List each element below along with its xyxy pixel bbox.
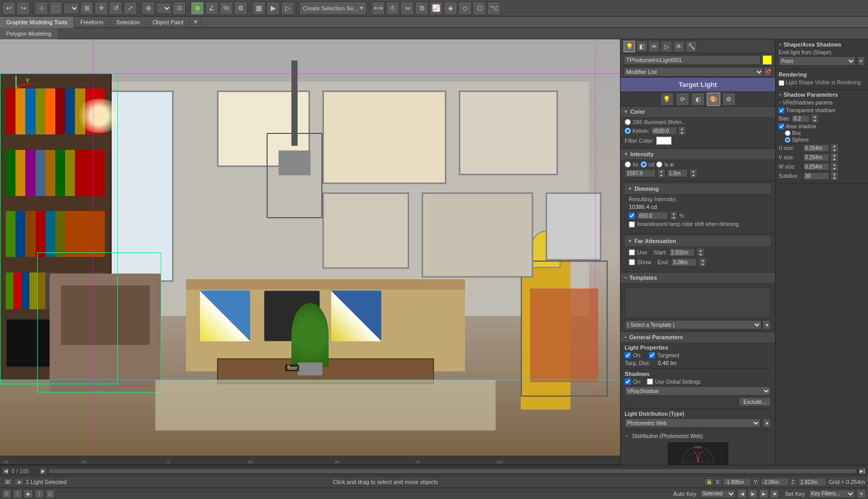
object-color-swatch[interactable] (763, 55, 772, 65)
next-frame-btn[interactable]: ▶ (759, 489, 768, 498)
shape-shadows-header[interactable]: + Shape/Area Shadows (779, 41, 865, 48)
anim-btn3[interactable]: ▶ (24, 489, 33, 498)
tab-freeform[interactable]: Freeform (74, 17, 110, 28)
ld-arrow[interactable]: ▾ (763, 418, 771, 428)
dimming-percent-input[interactable] (637, 211, 668, 220)
dimming-enable-check[interactable] (629, 213, 635, 219)
vsize-up[interactable]: ▲ (831, 153, 838, 157)
select-all-dropdown[interactable]: All (64, 3, 79, 14)
subdivs-input[interactable] (803, 172, 829, 180)
timeline-end-btn[interactable]: ▶| (859, 467, 866, 475)
rendering-header[interactable]: Rendering (779, 71, 865, 78)
modifier-list-dropdown[interactable]: Modifier List (624, 67, 764, 77)
angle-snap[interactable]: ∠ (205, 2, 219, 15)
usize-down[interactable]: ▼ (831, 148, 838, 152)
anim-btn1[interactable]: ⟨⟨ (2, 489, 11, 498)
w-size-input[interactable] (803, 163, 829, 171)
attenuation-header[interactable]: ▼ Far Attenuation (625, 236, 771, 246)
object-name-input[interactable] (624, 55, 761, 65)
template-select[interactable]: ( Select a Template ) (625, 320, 762, 329)
timeline-track[interactable] (49, 468, 857, 474)
atten-end-up[interactable]: ▲ (699, 258, 706, 262)
emit-type-select[interactable]: Point (779, 56, 856, 66)
timeline-next-btn[interactable]: ▶ (39, 467, 47, 475)
shadow-params-header[interactable]: + Shadow Parameters (779, 92, 865, 98)
intensity-value-input[interactable] (625, 169, 656, 177)
viewport-container[interactable]: + [ VRayPhysicalCamera001 ] [ Smooth + H… (0, 39, 620, 465)
prop-icon-motion[interactable]: ▷ (661, 41, 672, 52)
d65-radio[interactable] (625, 119, 631, 125)
sphere-radio[interactable] (785, 137, 791, 143)
play-btn[interactable]: ▶ (748, 489, 757, 498)
transparent-shadows-check[interactable] (779, 108, 784, 113)
atten-start-down[interactable]: ▼ (697, 252, 704, 256)
schematic-btn[interactable]: ◈ (444, 2, 457, 15)
rotate-btn[interactable]: ↺ (109, 2, 122, 15)
intensity-spin-down[interactable]: ▼ (658, 173, 665, 177)
template-arrow[interactable]: ▾ (763, 320, 771, 329)
select-object-btn[interactable]: ⊹ (35, 2, 48, 15)
view-dropdown[interactable]: View (156, 3, 172, 14)
bias-up[interactable]: ▲ (811, 114, 818, 118)
dimming-header[interactable]: ▼ Dimming (625, 184, 771, 194)
tab-selection[interactable]: Selection (110, 17, 146, 28)
intensity-header[interactable]: ▼ Intensity (621, 149, 775, 159)
timeline-prev-btn[interactable]: ◀ (2, 467, 9, 475)
cd-radio[interactable] (641, 161, 647, 168)
filter-color-swatch[interactable] (656, 137, 672, 145)
u-size-input[interactable] (803, 144, 829, 152)
y-coord-input[interactable] (761, 478, 789, 486)
modifier-pin-btn[interactable]: 📌 (764, 67, 772, 77)
align2-btn[interactable]: ⫘ (400, 2, 414, 15)
v-size-input[interactable] (803, 154, 829, 161)
panel-icon-settings[interactable]: ⚙ (722, 93, 736, 106)
bias-down[interactable]: ▼ (811, 118, 818, 123)
atten-show-check[interactable] (629, 259, 635, 265)
prop-icon-modify[interactable]: ◧ (636, 41, 647, 52)
anim-btn4[interactable]: ⟩ (35, 489, 44, 498)
anim-btn2[interactable]: ⟨ (13, 489, 22, 498)
bias-input[interactable] (792, 115, 810, 123)
templates-header[interactable]: − Templates (621, 273, 775, 283)
status-icon-1[interactable]: ⊞ (3, 478, 12, 486)
x-coord-input[interactable] (723, 478, 751, 486)
track-view-btn[interactable]: 📈 (429, 2, 443, 15)
color-section-header[interactable]: ▼ Color (621, 107, 775, 117)
prop-icon-hierarchy[interactable]: ⚮ (648, 41, 660, 52)
tab-graphite[interactable]: Graphite Modeling Tools (0, 17, 74, 28)
undo-btn[interactable]: ↩ (2, 2, 16, 15)
global-settings-check[interactable] (647, 379, 653, 385)
wsize-down[interactable]: ▼ (831, 167, 838, 171)
light-shape-visible-check[interactable] (779, 80, 784, 86)
ld-type-select[interactable]: Photometric Web (625, 418, 761, 428)
script-btn[interactable]: ⌥ (487, 2, 501, 15)
atten-end-input[interactable] (671, 258, 697, 266)
prev-frame-btn[interactable]: ◀ (737, 489, 747, 498)
dimming-pct-down[interactable]: ▼ (670, 216, 677, 220)
lp-targeted-check[interactable] (649, 352, 655, 358)
lx-radio[interactable] (656, 161, 662, 168)
anim-btn5[interactable]: ⟩⟩ (45, 489, 55, 498)
key-filters-arrow[interactable]: ▾ (857, 489, 866, 498)
shadows-on-check[interactable] (625, 379, 631, 385)
shadow-type-select[interactable]: VRayShadow (625, 386, 771, 396)
lp-on-check[interactable] (625, 352, 631, 358)
pivot-btn[interactable]: ⊙ (173, 2, 186, 15)
render-explorer-btn[interactable]: ⬡ (473, 2, 486, 15)
reference-coord-btn[interactable]: ⊕ (142, 2, 155, 15)
atten-start-input[interactable] (669, 248, 695, 256)
mirror-btn[interactable]: ⟺ (371, 2, 385, 15)
status-icon-2[interactable]: ◈ (14, 478, 24, 486)
box-radio[interactable] (785, 130, 791, 136)
material-editor-btn[interactable]: ◇ (458, 2, 472, 15)
kelvin-spin-up[interactable]: ▲ (678, 127, 686, 131)
select-region-btn[interactable]: ⬚ (49, 2, 63, 15)
general-params-header[interactable]: − General Parameters (621, 332, 775, 342)
lock-icon[interactable]: 🔒 (704, 478, 714, 486)
intensity-at-down[interactable]: ▼ (690, 173, 697, 177)
selected-dropdown[interactable]: Selected (700, 490, 736, 498)
usize-up[interactable]: ▲ (831, 144, 838, 148)
exclude-btn[interactable]: Exclude... (739, 397, 771, 406)
intensity-spin-up[interactable]: ▲ (658, 169, 665, 173)
kelvin-input[interactable] (651, 127, 677, 135)
